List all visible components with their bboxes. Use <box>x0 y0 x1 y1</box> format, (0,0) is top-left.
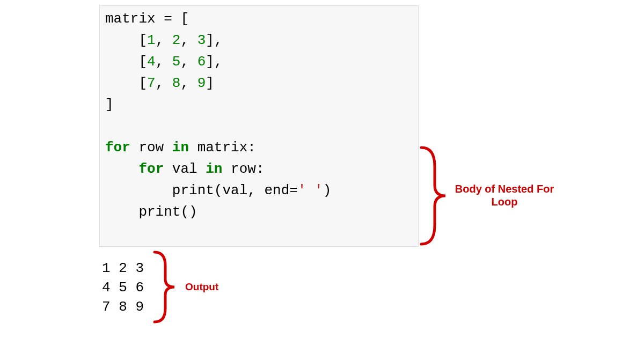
code-num: 2 <box>172 32 181 48</box>
code-text: row <box>130 139 172 156</box>
string-literal: ' ' <box>298 182 323 199</box>
code-sep: ] <box>206 75 214 91</box>
code-num: 6 <box>197 54 206 70</box>
code-sep: , <box>156 32 172 48</box>
code-line-5: ] <box>105 97 114 113</box>
output-block: 1 2 3 4 5 6 7 8 9 <box>102 259 144 317</box>
code-sep: , <box>180 54 197 70</box>
code-num: 5 <box>172 54 181 70</box>
code-block: matrix = [ [1, 2, 3], [4, 5, 6], [7, 8, … <box>99 5 419 247</box>
output-brace <box>150 249 177 325</box>
code-num: 9 <box>197 75 206 91</box>
code-text: print(val, end= <box>105 182 298 199</box>
code-text: val <box>164 161 206 177</box>
code-num: 4 <box>147 54 156 70</box>
output-line-2: 4 5 6 <box>102 280 144 296</box>
code-sep: , <box>180 75 197 91</box>
code-line-4a: [ <box>105 75 147 91</box>
output-line-1: 1 2 3 <box>102 260 144 276</box>
keyword-for: for <box>138 161 164 177</box>
keyword-in: in <box>206 161 222 177</box>
code-sep: ], <box>206 32 222 48</box>
keyword-in: in <box>172 139 189 156</box>
code-sep: , <box>156 54 172 70</box>
code-line-3a: [ <box>105 54 147 70</box>
code-text: print() <box>105 204 197 220</box>
body-annotation-l2: Loop <box>451 195 558 208</box>
code-sep: ], <box>206 54 222 70</box>
output-annotation: Output <box>185 281 218 293</box>
code-sep: , <box>180 32 197 48</box>
body-annotation-l1: Body of Nested For <box>451 182 558 195</box>
code-indent <box>105 161 138 177</box>
keyword-for: for <box>105 139 130 156</box>
code-num: 8 <box>172 75 181 91</box>
code-line-1: matrix = [ <box>105 11 189 27</box>
output-line-3: 7 8 9 <box>102 299 144 315</box>
body-annotation: Body of Nested For Loop <box>451 182 558 208</box>
code-num: 7 <box>147 75 156 91</box>
code-text: ) <box>323 182 332 199</box>
code-text: matrix: <box>189 139 256 156</box>
code-sep: , <box>156 75 172 91</box>
code-text: row: <box>222 161 264 177</box>
code-num: 1 <box>147 32 156 48</box>
code-num: 3 <box>197 32 206 48</box>
code-line-2a: [ <box>105 32 147 48</box>
body-brace <box>416 145 448 247</box>
